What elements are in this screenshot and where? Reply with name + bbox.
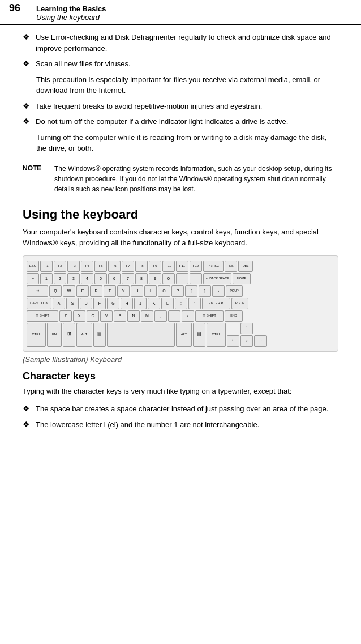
key-2: 2 [54,273,66,284]
key-enter: ENTER ↵ [202,298,230,309]
page-number: 96 [9,2,36,14]
list-item: ❖ Scan all new files for viruses. [23,58,338,70]
key-9: 9 [149,273,161,284]
key-g: G [107,298,119,309]
kb-row-qwerty: ⇥ Q W E R T Y U I O P [ ] \ PGUP [27,285,334,297]
key-f9: F9 [149,261,161,272]
key-t: T [104,285,116,297]
key-period: . [168,310,180,322]
key-p: P [171,285,184,297]
key-ins: INS [225,261,237,272]
key-space [107,323,175,347]
bullet-icon: ❖ [23,32,30,41]
main-content: ❖ Use Error-checking and Disk Defragment… [0,25,361,441]
key-x: X [73,310,85,322]
key-e: E [76,285,89,297]
key-slash: / [182,310,194,322]
key-z: Z [59,310,72,322]
header-titles: Learning the Basics Using the keyboard [36,5,106,22]
key-k: K [148,298,160,309]
bullet-list: ❖ Use Error-checking and Disk Defragment… [23,32,338,154]
keyboard-illustration: ESC F1 F2 F3 F4 F5 F6 F7 F8 F9 F10 F11 F… [23,255,338,352]
key-f1: F1 [40,261,53,272]
list-item: ❖ Do not turn off the computer if a driv… [23,116,338,127]
char-keys-intro: Typing with the character keys is very m… [23,386,338,397]
key-fn: FN [47,323,62,347]
key-1: 1 [40,273,53,284]
sub-text: Turning off the computer while it is rea… [36,132,338,154]
key-esc: ESC [27,261,39,272]
bullet-icon: ❖ [23,420,30,429]
sub-text: This precaution is especially important … [36,74,338,96]
kb-row-asdf: CAPS LOCK A S D F G H J K L ; ' ENTER ↵ … [27,298,334,309]
keyboard: ESC F1 F2 F3 F4 F5 F6 F7 F8 F9 F10 F11 F… [27,261,334,347]
key-end: END [225,310,243,322]
key-f: F [93,298,106,309]
bullet-text: Use Error-checking and Disk Defragmenter… [36,32,338,54]
key-up: ↑ [240,323,253,334]
list-item: ❖ The lowercase letter l (el) and the nu… [23,419,338,430]
key-quote: ' [188,298,201,309]
key-w: W [63,285,75,297]
key-f7: F7 [122,261,134,272]
key-l: L [161,298,174,309]
key-shift-left: ⇧ SHIFT [27,310,58,322]
note-label: NOTE [23,164,54,194]
key-u: U [131,285,143,297]
arrow-keys: ↑ ← ↓ → [227,323,267,347]
bullet-icon: ❖ [23,59,30,68]
bullet-icon: ❖ [23,101,30,110]
key-backspace: ← BACK SPACE [203,273,231,284]
key-tab: ⇥ [27,285,48,297]
key-f4: F4 [81,261,93,272]
key-equals: = [190,273,202,284]
key-i: I [144,285,157,297]
key-j: J [134,298,147,309]
key-lbracket: [ [185,285,197,297]
key-0: 0 [162,273,175,284]
kb-row-fn: ESC F1 F2 F3 F4 F5 F6 F7 F8 F9 F10 F11 F… [27,261,334,272]
bullet-text: Do not turn off the computer if a drive … [36,116,338,127]
list-item-subtext: This precaution is especially important … [23,74,338,96]
key-c: C [87,310,99,322]
key-menu: ▤ [93,323,106,347]
char-keys-heading: Character keys [23,370,338,382]
key-n: N [127,310,140,322]
header-title-sub: Using the keyboard [36,13,106,22]
key-rbracket: ] [199,285,211,297]
key-h: H [121,298,133,309]
bullet-text: The lowercase letter l (el) and the numb… [36,419,338,430]
key-f3: F3 [67,261,80,272]
key-m: M [141,310,153,322]
key-f11: F11 [176,261,188,272]
key-3: 3 [67,273,80,284]
key-y: Y [117,285,130,297]
key-4: 4 [81,273,93,284]
bullet-text: Scan all new files for viruses. [36,58,338,70]
key-f12: F12 [190,261,202,272]
key-ctrl-right: CTRL [207,323,226,347]
key-q: Q [49,285,62,297]
key-comma: , [154,310,167,322]
key-del: DBL [238,261,253,272]
key-home: HOME [233,273,251,284]
list-item: ❖ Take frequent breaks to avoid repetiti… [23,101,338,112]
key-v: V [100,310,113,322]
key-f10: F10 [162,261,175,272]
list-item-subtext: Turning off the computer while it is rea… [23,132,338,154]
key-8: 8 [135,273,148,284]
list-item: ❖ Use Error-checking and Disk Defragment… [23,32,338,54]
key-pgup: PGUP [226,285,243,297]
key-alt-right: ALT [176,323,192,347]
key-f8: F8 [135,261,148,272]
key-r: R [90,285,102,297]
bullet-icon: ❖ [23,117,30,126]
note-content: The Windows® operating system records in… [54,164,338,194]
key-a: A [53,298,65,309]
note-box: NOTE The Windows® operating system recor… [23,159,338,199]
key-alt-left: ALT [76,323,92,347]
kb-row-num: ~ 1 2 3 4 5 6 7 8 9 0 - = ← BACK SPACE H… [27,273,334,284]
key-prtsc: PRT SC [203,261,224,272]
key-pgdn: PGDN [231,298,248,309]
key-capslock: CAPS LOCK [27,298,51,309]
